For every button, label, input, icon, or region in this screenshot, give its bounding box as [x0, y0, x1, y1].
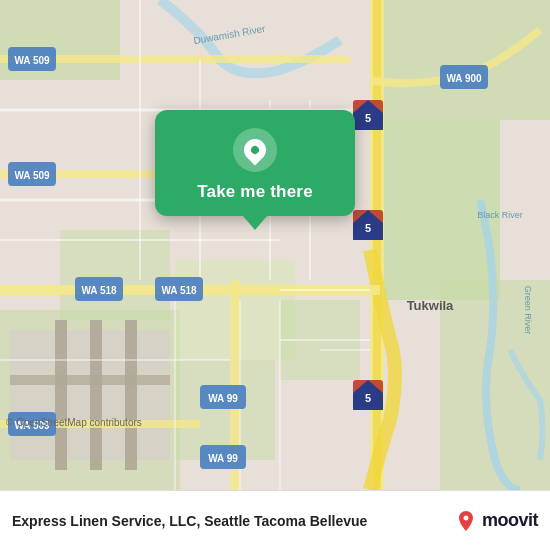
svg-text:5: 5	[365, 222, 371, 234]
svg-rect-12	[90, 320, 102, 470]
moovit-logo: moovit	[454, 509, 538, 533]
svg-rect-14	[10, 375, 170, 385]
map-attribution: © OpenStreetMap contributors	[6, 417, 142, 428]
map-container: WA 509 WA 509 WA 509 WA 518 WA 518 WA 99…	[0, 0, 550, 490]
svg-text:Black River: Black River	[477, 210, 523, 220]
svg-text:WA 509: WA 509	[14, 55, 50, 66]
svg-text:WA 99: WA 99	[208, 453, 238, 464]
svg-rect-16	[373, 0, 381, 490]
take-me-there-button[interactable]: Take me there	[197, 182, 313, 202]
svg-rect-13	[125, 320, 137, 470]
bottom-bar: Express Linen Service, LLC, Seattle Taco…	[0, 490, 550, 550]
location-pin-icon	[233, 128, 277, 172]
svg-text:WA 518: WA 518	[81, 285, 117, 296]
pin-icon-inner	[239, 134, 270, 165]
svg-text:WA 518: WA 518	[161, 285, 197, 296]
svg-text:5: 5	[365, 392, 371, 404]
svg-rect-11	[55, 320, 67, 470]
svg-rect-2	[380, 0, 550, 120]
svg-text:5: 5	[365, 112, 371, 124]
svg-text:WA 99: WA 99	[208, 393, 238, 404]
moovit-text: moovit	[482, 510, 538, 531]
svg-rect-5	[60, 230, 170, 320]
svg-text:WA 509: WA 509	[14, 170, 50, 181]
business-name: Express Linen Service, LLC, Seattle Taco…	[12, 513, 454, 529]
moovit-icon	[454, 509, 478, 533]
svg-text:Green River: Green River	[523, 286, 533, 335]
take-me-there-popup[interactable]: Take me there	[155, 110, 355, 216]
svg-text:Tukwila: Tukwila	[407, 298, 454, 313]
svg-text:WA 900: WA 900	[446, 73, 482, 84]
